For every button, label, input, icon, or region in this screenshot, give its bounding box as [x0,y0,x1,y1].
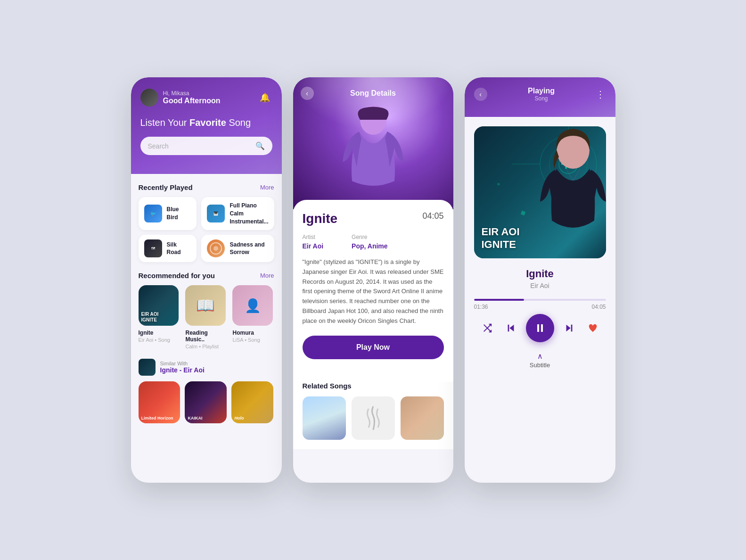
ignite-thumb-text: EIR AOIIGNITE [141,312,159,323]
piano-thumb: 🎹 [207,205,225,222]
progress-current: 01:36 [474,304,488,310]
heart-icon [588,323,598,333]
phone3-header: ‹ Playing Song ⋮ [465,77,615,117]
genre-label: Genre [352,234,388,240]
list-item[interactable]: 🐦 Blue Bird [139,197,197,230]
nav-title: Song Details [350,89,396,98]
like-button[interactable] [584,320,601,337]
chain-icon [361,404,385,432]
chevron-up-icon: ∧ [474,352,606,361]
silkroad-thumb: 🗺 [144,239,162,257]
sim1-label: Limited Horizon [141,416,173,420]
list-item[interactable] [303,396,346,440]
user-info: Hi, Mikasa Good Afternoon [140,89,221,107]
shuffle-icon [482,323,492,333]
list-item[interactable]: EIR AOIIGNITE Ignite Eir Aoi • Song [139,285,179,349]
tagline-bold: Favorite [189,117,226,128]
similar-grid: Limited Horizon KAIKAI Holo [139,381,274,423]
prev-icon [506,323,516,333]
progress-bar-container: 01:36 04:05 [474,299,606,310]
album-line1: EIR AOI [482,226,520,238]
next-icon [564,323,574,333]
silkroad-label: Silk Road [167,241,191,257]
reading-thumb: 📖 [185,285,226,326]
list-item[interactable]: Limited Horizon [139,381,180,423]
pause-icon [534,322,546,334]
phone1-body: Recently Played More 🐦 Blue Bird 🎹 Full … [131,174,282,440]
list-item[interactable]: Holo [231,381,273,423]
list-item[interactable]: Sadness and Sorrow [201,235,274,262]
avatar-image [140,89,158,107]
prev-button[interactable] [502,320,519,337]
svg-rect-18 [541,324,543,332]
song-meta: Artist Eir Aoi Genre Pop, Anime [303,234,444,250]
more-options-button[interactable]: ⋮ [596,89,606,100]
homura-icon: 👤 [245,298,261,313]
greeting-block: Hi, Mikasa Good Afternoon [163,90,221,105]
progress-total: 04:05 [591,304,606,310]
song-title: Ignite [303,211,338,226]
list-item[interactable]: 📖 Reading Music.. Calm • Playlist [185,285,226,349]
album-art-overlay: EIR AOI IGNITE [474,126,606,258]
notification-bell-icon[interactable]: 🔔 [257,90,272,105]
recently-played-grid: 🐦 Blue Bird 🎹 Full Piano Calm Instrument… [139,197,274,262]
artist-meta: Artist Eir Aoi [303,234,324,250]
similar-thumb [139,359,156,376]
reading-rec-title: Reading Music.. [185,329,226,343]
back-icon: ‹ [306,90,308,97]
related-songs-grid [303,396,444,440]
recommended-header: Recommended for you More [139,272,274,280]
list-item[interactable] [352,396,395,440]
svg-rect-20 [571,325,572,332]
svg-point-1 [213,246,218,251]
homura-rec-title: Homura [232,329,273,336]
play-now-button[interactable]: Play Now [303,336,444,359]
subtitle-label: Subtitle [474,362,606,369]
related-songs-section: Related Songs [293,382,453,449]
playing-sub: Song [528,95,555,102]
phone2-nav: ‹ Song Details [301,87,446,100]
list-item[interactable]: 🎹 Full Piano Calm Instrumental... [201,197,274,230]
recommended-more[interactable]: More [260,272,274,279]
list-item[interactable] [401,396,444,440]
svg-rect-16 [508,325,509,332]
album-art: EIR AOI IGNITE [474,126,606,258]
svg-marker-15 [509,325,514,332]
bluebird-thumb-img: 🐦 [144,205,162,222]
player-controls [474,314,606,342]
list-item[interactable]: 👤 Homura LiSA • Song [232,285,273,349]
recently-played-header: Recently Played More [139,183,274,191]
progress-times: 01:36 04:05 [474,304,606,310]
bluebird-thumb: 🐦 [144,205,162,222]
svg-marker-19 [566,325,570,332]
genre-value: Pop, Anime [352,242,388,250]
phone-player: ‹ Playing Song ⋮ [465,77,615,483]
album-art-title: EIR AOI IGNITE [482,226,520,251]
next-button[interactable] [561,320,578,337]
search-placeholder: Search [148,142,169,150]
rel1-img [303,396,346,440]
pause-button[interactable] [526,314,554,342]
tagline-text: Listen Your [140,117,190,128]
subtitle-section[interactable]: ∧ Subtitle [474,352,606,369]
greeting-small: Hi, Mikasa [163,90,221,97]
ignite-rec-sub: Eir Aoi • Song [139,337,179,343]
phone2-hero: ‹ Song Details [293,77,453,209]
progress-bar-bg[interactable] [474,299,606,301]
search-bar[interactable]: Search 🔍 [140,137,272,155]
avatar [140,89,158,107]
list-item[interactable]: KAIKAI [185,381,227,423]
back-button[interactable]: ‹ [301,87,314,100]
recently-played-more[interactable]: More [260,184,274,191]
recommended-grid: EIR AOIIGNITE Ignite Eir Aoi • Song 📖 Re… [139,285,274,349]
sadness-label: Sadness and Sorrow [230,241,268,257]
similar-label-large: Ignite - Eir Aoi [160,366,205,374]
bluebird-label: Blue Bird [167,206,191,222]
similar-section: Similar With Ignite - Eir Aoi Limited Ho… [139,359,274,423]
back-button[interactable]: ‹ [474,88,487,101]
phone-home: Hi, Mikasa Good Afternoon 🔔 Listen Your … [131,77,282,483]
list-item[interactable]: 🗺 Silk Road [139,235,197,262]
shuffle-button[interactable] [479,320,496,337]
song-duration: 04:05 [422,211,443,221]
player-artist: Eir Aoi [474,282,606,289]
